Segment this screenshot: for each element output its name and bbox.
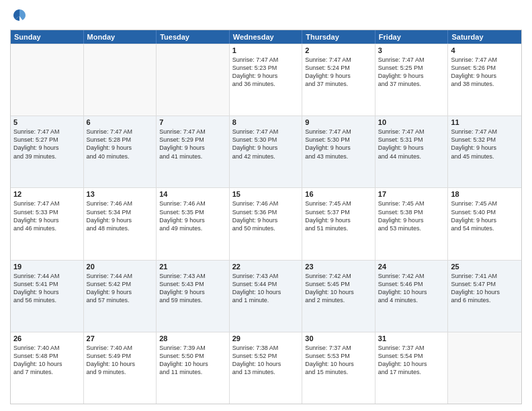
day-number: 13 xyxy=(87,190,154,198)
day-info: Sunrise: 7:44 AM Sunset: 5:42 PM Dayligh… xyxy=(87,272,154,305)
day-number: 2 xyxy=(305,46,372,54)
day-cell-30: 30Sunrise: 7:37 AM Sunset: 5:53 PM Dayli… xyxy=(302,332,375,404)
day-cell-11: 11Sunrise: 7:47 AM Sunset: 5:32 PM Dayli… xyxy=(448,116,521,187)
day-cell-1: 1Sunrise: 7:47 AM Sunset: 5:23 PM Daylig… xyxy=(230,44,303,116)
day-number: 19 xyxy=(13,263,81,271)
day-info: Sunrise: 7:39 AM Sunset: 5:50 PM Dayligh… xyxy=(159,344,226,377)
day-number: 12 xyxy=(13,190,81,198)
day-number: 17 xyxy=(378,190,445,198)
day-info: Sunrise: 7:45 AM Sunset: 5:37 PM Dayligh… xyxy=(305,199,372,232)
day-cell-3: 3Sunrise: 7:47 AM Sunset: 5:25 PM Daylig… xyxy=(375,44,449,116)
day-number: 10 xyxy=(378,118,445,126)
day-cell-14: 14Sunrise: 7:46 AM Sunset: 5:35 PM Dayli… xyxy=(157,188,230,259)
header-day-tuesday: Tuesday xyxy=(157,30,230,44)
calendar: SundayMondayTuesdayWednesdayThursdayFrid… xyxy=(10,30,522,404)
day-info: Sunrise: 7:47 AM Sunset: 5:27 PM Dayligh… xyxy=(13,128,81,161)
calendar-body: 1Sunrise: 7:47 AM Sunset: 5:23 PM Daylig… xyxy=(11,44,521,404)
day-cell-9: 9Sunrise: 7:47 AM Sunset: 5:30 PM Daylig… xyxy=(302,116,375,187)
day-info: Sunrise: 7:44 AM Sunset: 5:41 PM Dayligh… xyxy=(13,272,81,305)
day-number: 11 xyxy=(451,118,519,126)
day-number: 23 xyxy=(305,263,372,271)
day-cell-13: 13Sunrise: 7:46 AM Sunset: 5:34 PM Dayli… xyxy=(84,188,157,259)
day-cell-7: 7Sunrise: 7:47 AM Sunset: 5:29 PM Daylig… xyxy=(157,116,230,187)
day-info: Sunrise: 7:47 AM Sunset: 5:32 PM Dayligh… xyxy=(451,128,519,161)
day-number: 15 xyxy=(232,190,300,198)
day-cell-4: 4Sunrise: 7:47 AM Sunset: 5:26 PM Daylig… xyxy=(448,44,521,116)
day-number: 8 xyxy=(232,118,300,126)
day-number: 14 xyxy=(159,190,226,198)
day-cell-28: 28Sunrise: 7:39 AM Sunset: 5:50 PM Dayli… xyxy=(157,332,230,404)
empty-cell xyxy=(11,44,84,116)
day-info: Sunrise: 7:41 AM Sunset: 5:47 PM Dayligh… xyxy=(451,272,519,305)
day-cell-29: 29Sunrise: 7:38 AM Sunset: 5:52 PM Dayli… xyxy=(230,332,303,404)
day-cell-27: 27Sunrise: 7:40 AM Sunset: 5:49 PM Dayli… xyxy=(84,332,157,404)
day-number: 22 xyxy=(232,263,300,271)
logo xyxy=(10,7,32,26)
day-cell-19: 19Sunrise: 7:44 AM Sunset: 5:41 PM Dayli… xyxy=(11,261,84,332)
day-info: Sunrise: 7:46 AM Sunset: 5:35 PM Dayligh… xyxy=(159,199,226,232)
header-day-sunday: Sunday xyxy=(11,30,84,44)
day-info: Sunrise: 7:46 AM Sunset: 5:36 PM Dayligh… xyxy=(232,199,300,232)
day-info: Sunrise: 7:38 AM Sunset: 5:52 PM Dayligh… xyxy=(232,344,300,377)
day-info: Sunrise: 7:43 AM Sunset: 5:44 PM Dayligh… xyxy=(232,272,300,305)
day-info: Sunrise: 7:40 AM Sunset: 5:48 PM Dayligh… xyxy=(13,344,81,377)
header-day-wednesday: Wednesday xyxy=(230,30,303,44)
day-info: Sunrise: 7:45 AM Sunset: 5:40 PM Dayligh… xyxy=(451,199,519,232)
day-info: Sunrise: 7:37 AM Sunset: 5:53 PM Dayligh… xyxy=(305,344,372,377)
day-number: 5 xyxy=(13,118,81,126)
day-cell-20: 20Sunrise: 7:44 AM Sunset: 5:42 PM Dayli… xyxy=(84,261,157,332)
day-info: Sunrise: 7:42 AM Sunset: 5:46 PM Dayligh… xyxy=(378,272,445,305)
day-number: 24 xyxy=(378,263,445,271)
header-day-saturday: Saturday xyxy=(448,30,521,44)
day-number: 29 xyxy=(232,334,300,342)
day-info: Sunrise: 7:47 AM Sunset: 5:33 PM Dayligh… xyxy=(13,199,81,232)
day-number: 6 xyxy=(87,118,154,126)
day-cell-6: 6Sunrise: 7:47 AM Sunset: 5:28 PM Daylig… xyxy=(84,116,157,187)
logo-icon xyxy=(10,7,29,26)
day-cell-24: 24Sunrise: 7:42 AM Sunset: 5:46 PM Dayli… xyxy=(375,261,449,332)
day-info: Sunrise: 7:47 AM Sunset: 5:29 PM Dayligh… xyxy=(159,128,226,161)
day-number: 1 xyxy=(232,46,300,54)
day-number: 4 xyxy=(451,46,519,54)
day-info: Sunrise: 7:47 AM Sunset: 5:28 PM Dayligh… xyxy=(87,128,154,161)
day-number: 18 xyxy=(451,190,519,198)
day-cell-15: 15Sunrise: 7:46 AM Sunset: 5:36 PM Dayli… xyxy=(230,188,303,259)
calendar-week-4: 19Sunrise: 7:44 AM Sunset: 5:41 PM Dayli… xyxy=(11,260,521,332)
day-info: Sunrise: 7:47 AM Sunset: 5:26 PM Dayligh… xyxy=(451,56,519,89)
day-cell-21: 21Sunrise: 7:43 AM Sunset: 5:43 PM Dayli… xyxy=(157,261,230,332)
day-info: Sunrise: 7:45 AM Sunset: 5:38 PM Dayligh… xyxy=(378,199,445,232)
day-number: 21 xyxy=(159,263,226,271)
calendar-week-2: 5Sunrise: 7:47 AM Sunset: 5:27 PM Daylig… xyxy=(11,116,521,187)
day-info: Sunrise: 7:43 AM Sunset: 5:43 PM Dayligh… xyxy=(159,272,226,305)
day-cell-25: 25Sunrise: 7:41 AM Sunset: 5:47 PM Dayli… xyxy=(448,261,521,332)
day-info: Sunrise: 7:47 AM Sunset: 5:31 PM Dayligh… xyxy=(378,128,445,161)
empty-cell xyxy=(157,44,230,116)
empty-cell xyxy=(84,44,157,116)
page: SundayMondayTuesdayWednesdayThursdayFrid… xyxy=(0,0,532,411)
calendar-week-1: 1Sunrise: 7:47 AM Sunset: 5:23 PM Daylig… xyxy=(11,44,521,116)
day-cell-31: 31Sunrise: 7:37 AM Sunset: 5:54 PM Dayli… xyxy=(375,332,449,404)
day-number: 31 xyxy=(378,334,445,342)
day-cell-12: 12Sunrise: 7:47 AM Sunset: 5:33 PM Dayli… xyxy=(11,188,84,259)
day-info: Sunrise: 7:47 AM Sunset: 5:30 PM Dayligh… xyxy=(305,128,372,161)
day-number: 7 xyxy=(159,118,226,126)
day-info: Sunrise: 7:37 AM Sunset: 5:54 PM Dayligh… xyxy=(378,344,445,377)
header xyxy=(10,7,522,26)
empty-cell xyxy=(448,332,521,404)
day-cell-2: 2Sunrise: 7:47 AM Sunset: 5:24 PM Daylig… xyxy=(302,44,375,116)
day-cell-26: 26Sunrise: 7:40 AM Sunset: 5:48 PM Dayli… xyxy=(11,332,84,404)
day-info: Sunrise: 7:47 AM Sunset: 5:25 PM Dayligh… xyxy=(378,56,445,89)
day-number: 25 xyxy=(451,263,519,271)
day-info: Sunrise: 7:47 AM Sunset: 5:23 PM Dayligh… xyxy=(232,56,300,89)
day-info: Sunrise: 7:42 AM Sunset: 5:45 PM Dayligh… xyxy=(305,272,372,305)
day-number: 16 xyxy=(305,190,372,198)
calendar-week-5: 26Sunrise: 7:40 AM Sunset: 5:48 PM Dayli… xyxy=(11,332,521,404)
day-cell-18: 18Sunrise: 7:45 AM Sunset: 5:40 PM Dayli… xyxy=(448,188,521,259)
header-day-thursday: Thursday xyxy=(302,30,375,44)
day-number: 20 xyxy=(87,263,154,271)
day-number: 30 xyxy=(305,334,372,342)
day-info: Sunrise: 7:47 AM Sunset: 5:30 PM Dayligh… xyxy=(232,128,300,161)
day-number: 26 xyxy=(13,334,81,342)
header-day-friday: Friday xyxy=(375,30,449,44)
day-cell-16: 16Sunrise: 7:45 AM Sunset: 5:37 PM Dayli… xyxy=(302,188,375,259)
